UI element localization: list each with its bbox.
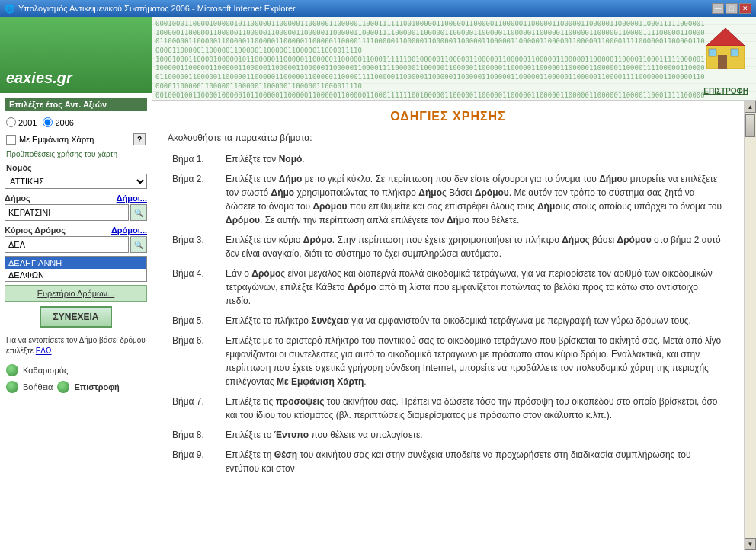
find-dimos-link[interactable]: ΕΔΩ	[36, 347, 52, 355]
kyrios-dromos-label: Κύριος Δρόμος	[5, 225, 66, 235]
dromos-input-row: 🔍	[5, 236, 147, 253]
step-num-1: Βήμα 2.	[168, 169, 221, 230]
search-icon: 🔍	[134, 209, 143, 217]
sidebar-content: Επιλέξτε έτος Αντ. Αξιών 2001 2006 Με Εμ…	[0, 93, 152, 550]
find-road-button[interactable]: Ευρετήριο Δρόμων...	[5, 285, 147, 302]
step-num-7: Βήμα 8.	[168, 425, 221, 445]
scroll-thumb[interactable]	[745, 114, 755, 137]
year-2006-label: 2006	[55, 118, 73, 127]
epistrofi-link[interactable]: Επιστροφή	[74, 382, 119, 392]
map-label: Με Εμφάνιση Χάρτη	[19, 135, 94, 144]
search-icon: 🔍	[134, 241, 143, 249]
continue-button[interactable]: ΣΥΝΕΧΕΙΑ	[40, 306, 113, 328]
svg-rect-4	[709, 49, 716, 56]
step-text-4: Επιλέξτε το πλήκτρο Συνέχεια για να εμφα…	[221, 311, 729, 331]
dromos-col2-label: Δρόμοι...	[111, 225, 147, 235]
step-text-3: Εάν ο Δρόμος είναι μεγάλος και διαπερνά …	[221, 264, 729, 311]
dimos-row-labels: Δήμος Δήμοι...	[5, 192, 147, 204]
svg-marker-1	[706, 28, 745, 46]
dimos-col2-label: Δήμοι...	[117, 193, 147, 203]
epistrofi-icon[interactable]	[57, 381, 69, 393]
logo-text: eaxies.gr	[6, 69, 72, 87]
nomos-label: Νομός	[5, 160, 147, 174]
step-row-5: Βήμα 6.Επιλέξτε με το αριστερό πλήκτρο τ…	[168, 331, 729, 392]
svg-rect-2	[718, 55, 727, 69]
content-header: 0001000110000100000101100000110000011000…	[152, 17, 756, 101]
dimos-search-button[interactable]: 🔍	[130, 204, 147, 221]
map-prereq-link[interactable]: Προϋποθέσεις χρήσης του χάρτη	[5, 149, 147, 160]
year-2001-option[interactable]: 2001	[6, 117, 37, 127]
dromos-dropdown: ΔΕΛΗΓΙΑΝΝΗ ΔΕΛΦΩΝ	[5, 256, 147, 282]
content-main: ΟΔΗΓΙΕΣ ΧΡΗΣΗΣ Ακολουθήστε τα παρακάτω β…	[152, 101, 744, 550]
maximize-button[interactable]: □	[726, 3, 738, 14]
katharismos-row: Καθαρισμός	[6, 364, 146, 376]
map-option: Με Εμφάνιση Χάρτη ?	[5, 130, 147, 149]
katharismos-link[interactable]: Καθαρισμός	[23, 366, 68, 375]
dromos-input[interactable]	[5, 236, 129, 253]
step-text-1: Επιλέξτε τον Δήμο με το γκρί κύκλο. Σε π…	[221, 169, 729, 230]
year-2006-option[interactable]: 2006	[43, 117, 73, 127]
voitheia-epistrofi-row: Βοήθεια Επιστροφή	[6, 381, 146, 393]
header-binary: 0001000110000100000101100000110000011000…	[152, 17, 710, 100]
step-num-5: Βήμα 6.	[168, 331, 221, 392]
step-text-6: Επιλέξτε τις προσόψεις του ακινήτου σας.…	[221, 392, 729, 425]
step-num-6: Βήμα 7.	[168, 392, 221, 425]
step-text-2: Επιλέξτε τον κύριο Δρόμο. Στην περίπτωση…	[221, 230, 729, 264]
step-text-0: Επιλέξτε τον Νομό.	[221, 149, 729, 169]
section-title: Επιλέξτε έτος Αντ. Αξιών	[5, 98, 147, 111]
page-title: ΟΔΗΓΙΕΣ ΧΡΗΣΗΣ	[168, 110, 729, 123]
step-num-2: Βήμα 3.	[168, 230, 221, 264]
step-num-3: Βήμα 4.	[168, 264, 221, 311]
dropdown-item-1[interactable]: ΔΕΛΦΩΝ	[5, 269, 146, 281]
step-row-1: Βήμα 2.Επιλέξτε τον Δήμο με το γκρί κύκλ…	[168, 169, 729, 230]
dimos-input-row: 🔍	[5, 204, 147, 221]
step-row-2: Βήμα 3.Επιλέξτε τον κύριο Δρόμο. Στην πε…	[168, 230, 729, 264]
step-num-8: Βήμα 9.	[168, 445, 221, 478]
scroll-up-button[interactable]: ▲	[745, 101, 756, 113]
step-row-7: Βήμα 8.Επιλέξτε το Έντυπο που θέλετε να …	[168, 425, 729, 445]
dimos-input[interactable]	[5, 204, 129, 221]
close-button[interactable]: ✕	[739, 3, 751, 14]
voitheia-link[interactable]: Βοήθεια	[23, 382, 53, 392]
step-row-6: Βήμα 7.Επιλέξτε τις προσόψεις του ακινήτ…	[168, 392, 729, 425]
scrollbar: ▲ ▼	[744, 101, 756, 550]
steps-table: Βήμα 1.Επιλέξτε τον Νομό.Βήμα 2.Επιλέξτε…	[168, 149, 729, 478]
intro-text: Ακολουθήστε τα παρακάτω βήματα:	[168, 133, 729, 143]
step-num-4: Βήμα 5.	[168, 311, 221, 331]
step-text-8: Επιλέξτε τη Θέση του ακινήτου σας και στ…	[221, 445, 729, 478]
titlebar-icon: 🌐	[5, 4, 15, 14]
step-row-8: Βήμα 9.Επιλέξτε τη Θέση του ακινήτου σας…	[168, 445, 729, 478]
scroll-down-button[interactable]: ▼	[745, 538, 756, 550]
find-dimos-text: Για να εντοπίσετε τον Δήμο βάσει δρόμου …	[5, 331, 147, 361]
katharismos-icon[interactable]	[6, 364, 18, 376]
dropdown-item-0[interactable]: ΔΕΛΗΓΙΑΝΝΗ	[5, 257, 146, 269]
minimize-button[interactable]: —	[712, 3, 724, 14]
nomos-select[interactable]: ΑΤΤΙΚΗΣ	[5, 174, 147, 189]
year-2006-radio[interactable]	[43, 117, 53, 127]
titlebar-text: Υπολογισμός Αντικειμενικού Συστήματος 20…	[18, 4, 296, 13]
svg-rect-3	[731, 49, 738, 56]
content-area: 0001000110000100000101100000110000011000…	[152, 17, 756, 550]
year-2001-radio[interactable]	[6, 117, 16, 127]
titlebar-title: 🌐 Υπολογισμός Αντικειμενικού Συστήματος …	[5, 4, 296, 14]
step-num-0: Βήμα 1.	[168, 149, 221, 169]
help-button[interactable]: ?	[133, 133, 146, 145]
step-row-0: Βήμα 1.Επιλέξτε τον Νομό.	[168, 149, 729, 169]
year-2001-label: 2001	[18, 118, 37, 127]
dromos-row-labels: Κύριος Δρόμος Δρόμοι...	[5, 224, 147, 236]
titlebar-controls: — □ ✕	[712, 3, 751, 14]
map-left: Με Εμφάνιση Χάρτη	[6, 135, 94, 145]
step-text-7: Επιλέξτε το Έντυπο που θέλετε να υπολογί…	[221, 425, 729, 445]
step-text-5: Επιλέξτε με το αριστερό πλήκτρο του ποντ…	[221, 331, 729, 392]
sidebar: eaxies.gr Επιλέξτε έτος Αντ. Αξιών 2001 …	[0, 17, 152, 550]
scroll-track	[745, 113, 756, 538]
dromos-search-button[interactable]: 🔍	[130, 236, 147, 253]
dimos-label: Δήμος	[5, 193, 30, 203]
epistrofi-header-link[interactable]: ΕΠΙΣΤΡΟΦΗ	[703, 87, 748, 95]
voitheia-icon[interactable]	[6, 381, 18, 393]
titlebar: 🌐 Υπολογισμός Αντικειμενικού Συστήματος …	[0, 0, 756, 17]
house-icon	[703, 24, 748, 70]
bottom-links: Καθαρισμός Βοήθεια Επιστροφή	[5, 361, 147, 396]
step-row-4: Βήμα 5.Επιλέξτε το πλήκτρο Συνέχεια για …	[168, 311, 729, 331]
map-checkbox[interactable]	[6, 135, 16, 145]
